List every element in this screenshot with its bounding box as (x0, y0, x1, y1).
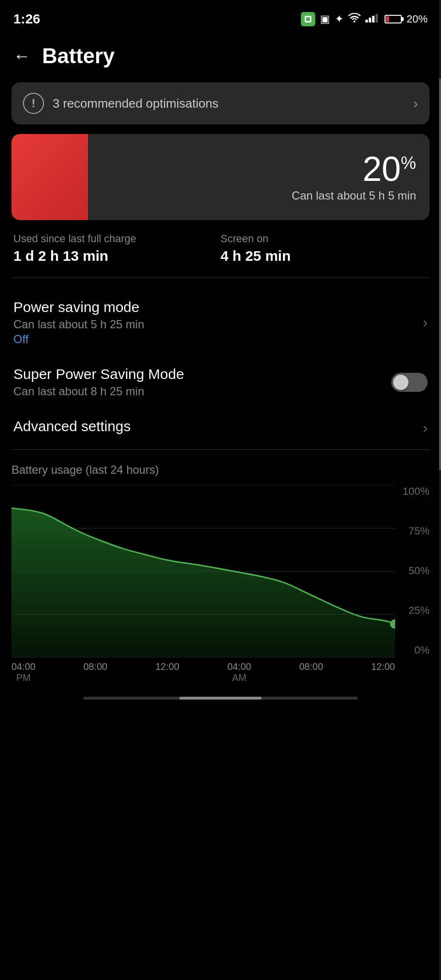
x-label-08: 08:00 (83, 661, 107, 683)
opt-text: 3 recommended optimisations (53, 96, 413, 111)
y-label-25: 25% (408, 604, 430, 617)
toggle-knob (393, 375, 408, 390)
divider-2 (11, 449, 430, 450)
y-label-100: 100% (403, 485, 430, 498)
page-title: Battery (42, 44, 115, 68)
chart-section-label: Battery usage (last 24 hours) (11, 463, 430, 477)
chart-x-labels: 04:00 PM 08:00 12:00 04:00 AM 08:00 12:0… (11, 661, 430, 683)
power-saving-mode-item[interactable]: Power saving mode Can last about 5 h 25 … (11, 291, 430, 354)
scroll-indicator (83, 697, 358, 700)
battery-duration: Can last about 5 h 5 min (292, 189, 416, 202)
chart-section: Battery usage (last 24 hours) (11, 463, 430, 683)
main-content: ! 3 recommended optimisations › 20% Can … (0, 82, 441, 700)
optimisation-banner[interactable]: ! 3 recommended optimisations › (11, 82, 430, 124)
status-icons: ▣ ✦ 20% (301, 12, 428, 26)
super-power-saving-toggle[interactable] (391, 373, 428, 392)
super-power-saving-item[interactable]: Super Power Saving Mode Can last about 8… (11, 358, 430, 406)
x-label-04pm: 04:00 PM (11, 661, 35, 683)
svg-rect-3 (369, 18, 371, 22)
opt-arrow-icon: › (413, 95, 418, 111)
page-scrollbar-thumb (439, 78, 441, 470)
app-icon (301, 12, 315, 26)
battery-info: 20% Can last about 5 h 5 min (88, 134, 430, 220)
super-power-saving-title: Super Power Saving Mode (13, 366, 391, 382)
screen-on-label: Screen on (220, 233, 428, 245)
wifi-icon (348, 13, 361, 25)
power-saving-arrow-icon: › (423, 314, 428, 331)
power-saving-status: Off (13, 333, 415, 346)
opt-icon: ! (23, 93, 44, 114)
power-saving-content: Power saving mode Can last about 5 h 25 … (13, 299, 415, 346)
advanced-settings-content: Advanced settings (13, 418, 415, 437)
super-power-saving-content: Super Power Saving Mode Can last about 8… (13, 366, 391, 398)
y-label-0: 0% (414, 644, 430, 657)
advanced-settings-title: Advanced settings (13, 418, 415, 434)
scroll-thumb (179, 697, 262, 700)
opt-exclamation: ! (32, 97, 35, 110)
stats-row: Used since last full charge 1 d 2 h 13 m… (11, 233, 430, 264)
svg-rect-1 (306, 17, 310, 21)
used-since-charge-stat: Used since last full charge 1 d 2 h 13 m… (13, 233, 220, 264)
battery-percent-large: 20% (363, 152, 416, 186)
x-label-08am: 08:00 (299, 661, 323, 683)
x-label-12: 12:00 (155, 661, 179, 683)
battery-percent-status: 20% (407, 13, 428, 25)
advanced-settings-arrow-icon: › (423, 420, 428, 436)
page-scrollbar[interactable] (439, 0, 441, 980)
super-power-saving-subtitle: Can last about 8 h 25 min (13, 385, 391, 398)
status-time: 1:26 (13, 11, 40, 27)
chart-area (11, 485, 395, 657)
battery-card: 20% Can last about 5 h 5 min (11, 134, 430, 220)
page-header: ← Battery (0, 34, 441, 82)
vibrate-icon: ▣ (320, 13, 330, 25)
divider-1 (11, 278, 430, 278)
used-since-value: 1 d 2 h 13 min (13, 248, 220, 264)
power-saving-title: Power saving mode (13, 299, 415, 315)
screen-on-value: 4 h 25 min (220, 248, 428, 264)
screen-on-stat: Screen on 4 h 25 min (220, 233, 428, 264)
battery-visual (11, 134, 88, 220)
back-button[interactable]: ← (13, 47, 31, 65)
x-label-12am: 12:00 (371, 661, 395, 683)
chart-container: 100% 75% 50% 25% 0% (11, 485, 430, 657)
power-saving-subtitle: Can last about 5 h 25 min (13, 318, 415, 331)
advanced-settings-item[interactable]: Advanced settings › (11, 411, 430, 445)
svg-rect-4 (372, 16, 375, 22)
y-label-75: 75% (408, 525, 430, 537)
signal-icon (365, 13, 380, 25)
battery-status-icon (385, 15, 402, 23)
bluetooth-icon: ✦ (335, 13, 343, 25)
svg-rect-5 (375, 14, 378, 22)
x-label-04am: 04:00 AM (227, 661, 251, 683)
y-label-50: 50% (408, 565, 430, 577)
chart-svg (11, 485, 395, 657)
status-bar: 1:26 ▣ ✦ 20% (0, 0, 441, 34)
used-since-label: Used since last full charge (13, 233, 220, 245)
svg-rect-2 (365, 20, 368, 22)
chart-y-axis: 100% 75% 50% 25% 0% (401, 485, 430, 657)
